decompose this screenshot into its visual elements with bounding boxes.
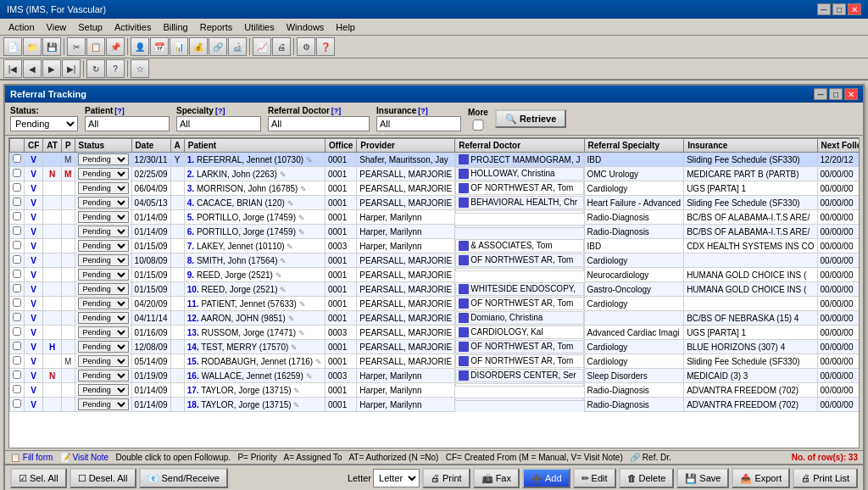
ref-minimize-button[interactable]: ─	[814, 88, 827, 100]
status-dropdown[interactable]: Pending	[78, 254, 129, 266]
status-dropdown[interactable]: Pending	[78, 384, 129, 396]
toolbar-prev[interactable]: ◀	[23, 59, 42, 78]
toolbar-referral[interactable]: 🔗	[209, 37, 227, 56]
toolbar-last[interactable]: ▶|	[62, 59, 81, 78]
edit-button[interactable]: ✏ Edit	[573, 468, 616, 488]
status-dropdown[interactable]: Pending	[78, 370, 129, 381]
send-receive-button[interactable]: 📧 Send/Receive	[139, 468, 229, 488]
col-status[interactable]: Status	[75, 139, 131, 153]
minimize-button[interactable]: ─	[817, 3, 831, 15]
row-number[interactable]: 9.	[187, 270, 194, 280]
menu-windows[interactable]: Windows	[281, 20, 330, 34]
toolbar-help2[interactable]: ?	[106, 59, 125, 78]
fax-button[interactable]: 📠 Fax	[473, 468, 520, 488]
pencil-icon[interactable]: ✎	[315, 358, 322, 366]
pencil-icon[interactable]: ✎	[291, 343, 298, 352]
table-row[interactable]: V Pending 01/14/09 6. PORTILLO, Jorge (1…	[10, 225, 860, 239]
close-button[interactable]: ✕	[848, 3, 861, 15]
table-row[interactable]: V Pending 06/04/09 3. MORRISON, John (16…	[10, 181, 860, 196]
table-row[interactable]: V H Pending 12/08/09 14. TEST, MERRY (17…	[10, 340, 860, 354]
toolbar-reports[interactable]: 📈	[253, 37, 271, 56]
pencil-icon[interactable]: ✎	[287, 242, 293, 251]
row-number[interactable]: 7.	[187, 242, 194, 251]
specialty-help-icon[interactable]: [?]	[215, 107, 225, 115]
col-insurance[interactable]: Insurance	[684, 139, 817, 153]
row-number[interactable]: 11.	[187, 299, 199, 309]
status-dropdown[interactable]: Pending	[78, 153, 129, 165]
toolbar-save[interactable]: 💾	[42, 37, 61, 56]
row-number[interactable]: 6.	[187, 227, 194, 237]
retrieve-button[interactable]: 🔍 Retrieve	[495, 109, 566, 128]
table-row[interactable]: V M Pending 12/30/11 Y 1. REFERRAL, Jenn…	[10, 153, 860, 167]
col-specialty[interactable]: Referral Specialty	[584, 139, 684, 153]
table-row[interactable]: V Pending 01/15/09 7. LAKEY, Jennet (101…	[10, 239, 860, 253]
col-a[interactable]: A	[170, 139, 184, 153]
toolbar-print[interactable]: 🖨	[272, 37, 291, 56]
col-at[interactable]: AT	[43, 139, 62, 153]
toolbar-new[interactable]: 📄	[3, 37, 22, 56]
pencil-icon[interactable]: ✎	[275, 271, 282, 280]
status-dropdown[interactable]: Pending	[78, 211, 129, 223]
col-date[interactable]: Date	[131, 139, 170, 153]
table-row[interactable]: V Pending 01/15/09 10. REED, Jorge (2521…	[10, 282, 860, 297]
insurance-filter-input[interactable]	[376, 116, 461, 131]
toolbar-schedule[interactable]: 📅	[150, 37, 169, 56]
status-dropdown[interactable]: Pending	[78, 326, 129, 338]
table-row[interactable]: V Pending 10/08/09 8. SMITH, John (17564…	[10, 253, 860, 268]
table-row[interactable]: V N Pending 01/19/09 16. WALLACE, Jennet…	[10, 369, 860, 383]
pencil-icon[interactable]: ✎	[280, 257, 287, 265]
ref-doctor-filter-input[interactable]	[268, 116, 370, 131]
pencil-icon[interactable]: ✎	[298, 214, 305, 222]
toolbar-next[interactable]: ▶	[42, 59, 61, 78]
pencil-icon[interactable]: ✎	[293, 387, 300, 395]
menu-reports[interactable]: Reports	[195, 20, 238, 34]
toolbar-cut[interactable]: ✂	[67, 37, 86, 56]
patient-help-icon[interactable]: [?]	[114, 107, 125, 115]
fill-form-link[interactable]: 📋 Fill form	[10, 453, 53, 462]
status-dropdown[interactable]: Pending	[78, 298, 129, 309]
export-button[interactable]: 📤 Export	[732, 468, 790, 488]
add-button[interactable]: ➕ Add	[522, 468, 570, 488]
ref-dr-link[interactable]: 🔗	[630, 453, 640, 462]
row-number[interactable]: 8.	[187, 256, 194, 265]
row-number[interactable]: 15.	[187, 357, 199, 366]
row-number[interactable]: 3.	[187, 184, 194, 193]
status-dropdown[interactable]: Pending	[78, 283, 129, 295]
col-office[interactable]: Office	[325, 139, 356, 153]
pencil-icon[interactable]: ✎	[306, 156, 313, 164]
status-dropdown[interactable]: Pending	[78, 398, 129, 410]
menu-view[interactable]: View	[42, 20, 72, 34]
status-dropdown[interactable]: Pending	[78, 312, 129, 324]
toolbar-copy[interactable]: 📋	[86, 37, 105, 56]
ref-doctor-help-icon[interactable]: [?]	[331, 107, 342, 115]
table-row[interactable]: V Pending 01/14/09 5. PORTILLO, Jorge (1…	[10, 210, 860, 225]
toolbar-patient[interactable]: 👤	[131, 37, 149, 56]
row-number[interactable]: 17.	[187, 386, 199, 395]
pencil-icon[interactable]: ✎	[298, 329, 305, 337]
menu-billing[interactable]: Billing	[158, 20, 192, 34]
row-number[interactable]: 18.	[187, 400, 199, 409]
status-dropdown[interactable]: Pending	[78, 240, 129, 252]
visit-note-link[interactable]: 📝 Visit Note	[60, 453, 108, 462]
col-ref-doctor[interactable]: Referral Doctor	[455, 139, 584, 153]
toolbar-billing[interactable]: 💰	[189, 37, 208, 56]
table-row[interactable]: V Pending 01/16/09 13. RUSSOM, Jorge (17…	[10, 326, 860, 340]
menu-utilities[interactable]: Utilities	[239, 20, 279, 34]
status-dropdown[interactable]: Pending	[78, 226, 129, 237]
ref-close-button[interactable]: ✕	[844, 88, 858, 100]
status-dropdown[interactable]: Pending	[78, 182, 129, 194]
row-number[interactable]: 2.	[187, 170, 194, 179]
pencil-icon[interactable]: ✎	[288, 315, 295, 323]
status-dropdown[interactable]: Pending	[78, 269, 129, 281]
row-number[interactable]: 14.	[187, 342, 199, 352]
col-provider[interactable]: Provider	[357, 139, 455, 153]
print-button[interactable]: 🖨 Print	[422, 468, 470, 488]
menu-activities[interactable]: Activities	[109, 20, 156, 34]
row-number[interactable]: 13.	[187, 328, 199, 337]
status-dropdown[interactable]: Pending	[78, 355, 129, 367]
row-number[interactable]: 16.	[187, 371, 199, 381]
menu-setup[interactable]: Setup	[73, 20, 108, 34]
table-row[interactable]: V Pending 01/15/09 9. REED, Jorge (2521)…	[10, 268, 860, 282]
toolbar-open[interactable]: 📁	[23, 37, 42, 56]
col-next-followup[interactable]: Next Followup	[817, 139, 860, 153]
